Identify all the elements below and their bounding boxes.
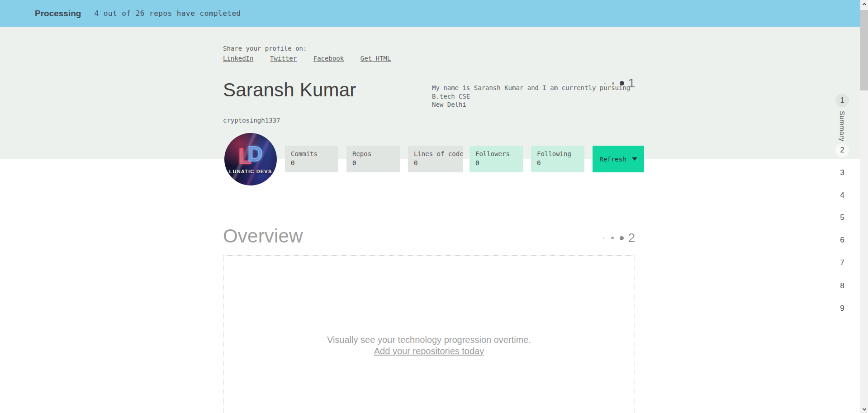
overview-empty-state: Visually see your technology progression… bbox=[223, 255, 635, 413]
nav-section-6[interactable]: 6 bbox=[833, 236, 851, 245]
nav-section-4[interactable]: 4 bbox=[833, 191, 851, 200]
stat-repos: Repos 0 bbox=[346, 146, 400, 172]
loading-dot bbox=[603, 237, 604, 239]
overview-title: Overview bbox=[223, 225, 303, 247]
section-number: 2 bbox=[628, 232, 635, 244]
scrollbar-up-button[interactable] bbox=[860, 0, 868, 8]
share-block: Share your profile on: LinkedIn Twitter … bbox=[223, 44, 403, 62]
stat-commits: Commits 0 bbox=[285, 146, 338, 172]
add-repositories-link[interactable]: Add your repositories today bbox=[374, 346, 484, 357]
profile-section bbox=[0, 27, 860, 159]
avatar-caption: LUNATIC DEVS bbox=[229, 169, 272, 174]
stat-following: Following 0 bbox=[531, 146, 584, 172]
section-number: 1 bbox=[628, 77, 635, 90]
nav-section-9[interactable]: 9 bbox=[833, 304, 851, 313]
status-progress-text: 4 out of 26 repos have completed bbox=[94, 9, 241, 18]
status-bar: Processing 4 out of 26 repos have comple… bbox=[0, 0, 860, 27]
bio-line: My name is Saransh Kumar and I am curren… bbox=[432, 84, 630, 92]
chevron-up-icon bbox=[862, 3, 866, 6]
status-title: Processing bbox=[35, 9, 81, 19]
scrollbar-thumb[interactable] bbox=[860, 10, 868, 90]
stats-row: Commits 0 Repos 0 Lines of code 0 Follow… bbox=[285, 146, 644, 172]
scrollbar-down-button[interactable] bbox=[860, 405, 868, 413]
loading-dot bbox=[604, 83, 606, 84]
avatar: LD LUNATIC DEVS bbox=[224, 133, 277, 185]
nav-section-8[interactable]: 8 bbox=[833, 281, 851, 290]
nav-section-2[interactable]: 2 bbox=[835, 143, 849, 157]
share-link-facebook[interactable]: Facebook bbox=[313, 55, 344, 62]
nav-section-5[interactable]: 5 bbox=[833, 213, 851, 222]
avatar-logo: LD bbox=[238, 147, 262, 165]
section-indicator-summary: 1 bbox=[604, 77, 635, 90]
profile-bio: My name is Saransh Kumar and I am curren… bbox=[432, 84, 630, 109]
loading-dot bbox=[612, 82, 614, 85]
chevron-down-icon bbox=[862, 407, 866, 410]
scrollbar[interactable] bbox=[860, 0, 868, 413]
profile-name: Saransh Kumar bbox=[223, 79, 356, 101]
nav-section-7[interactable]: 7 bbox=[833, 258, 851, 267]
share-link-linkedin[interactable]: LinkedIn bbox=[223, 55, 253, 62]
share-label: Share your profile on: bbox=[223, 44, 403, 53]
share-link-twitter[interactable]: Twitter bbox=[270, 55, 297, 62]
loading-dot bbox=[611, 237, 614, 239]
stat-followers: Followers 0 bbox=[470, 146, 523, 172]
loading-dot bbox=[620, 81, 624, 85]
section-indicator-overview: 2 bbox=[603, 232, 635, 244]
share-link-get-html[interactable]: Get HTML bbox=[360, 55, 391, 62]
nav-section-1[interactable]: 1 bbox=[835, 94, 849, 107]
nav-section-3[interactable]: 3 bbox=[833, 168, 851, 177]
loading-dot bbox=[620, 236, 624, 240]
empty-state-text: Visually see your technology progression… bbox=[327, 334, 531, 346]
section-nav: 1 Summary 2 3 4 5 6 7 8 9 bbox=[833, 0, 851, 413]
share-links: LinkedIn Twitter Facebook Get HTML bbox=[223, 54, 403, 62]
refresh-button[interactable]: Refresh bbox=[593, 146, 644, 172]
profile-username: cryptosingh1337 bbox=[223, 117, 280, 124]
page: Processing 4 out of 26 repos have comple… bbox=[0, 0, 868, 413]
nav-active-label: Summary bbox=[839, 111, 846, 142]
bio-line: New Delhi bbox=[432, 100, 630, 109]
caret-down-icon bbox=[632, 157, 637, 161]
stat-lines-of-code: Lines of code 0 bbox=[408, 146, 463, 172]
bio-line: B.tech CSE bbox=[432, 92, 630, 101]
